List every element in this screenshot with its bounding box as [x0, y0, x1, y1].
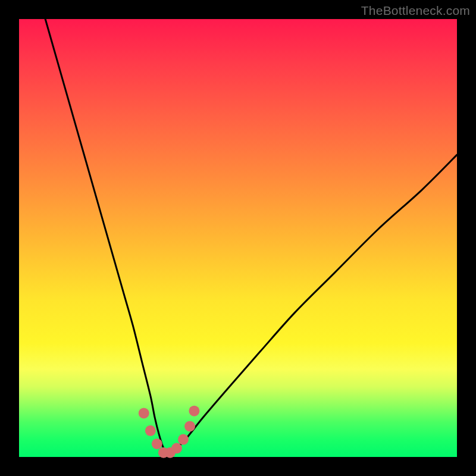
bottleneck-curve	[45, 19, 457, 453]
highlight-dot	[152, 439, 162, 449]
highlight-dot	[139, 408, 149, 418]
plot-svg	[19, 19, 457, 457]
trough-highlight-dots	[139, 406, 200, 458]
highlight-dot	[184, 421, 195, 431]
plot-area	[19, 19, 457, 457]
watermark-text: TheBottleneck.com	[361, 4, 470, 18]
highlight-dot	[145, 425, 156, 436]
highlight-dot	[178, 434, 189, 445]
highlight-dot	[189, 406, 199, 416]
chart-frame: TheBottleneck.com	[0, 0, 476, 476]
highlight-dot	[171, 443, 182, 453]
